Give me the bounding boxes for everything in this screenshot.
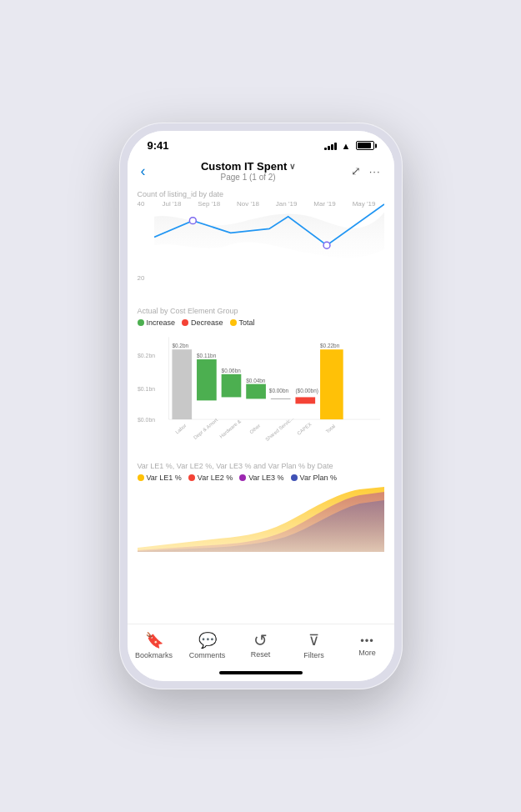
header-actions: ⤢ ···: [351, 164, 381, 178]
svg-text:$0.2bn: $0.2bn: [138, 353, 155, 358]
area-chart-draw: [138, 485, 384, 552]
area-chart-label: Var LE1 %, Var LE2 %, Var LE3 % and Var …: [138, 462, 384, 470]
le3-label: Var LE3 %: [248, 474, 283, 482]
phone-frame: 9:41 ▲ ‹ Custom IT Spent ∨: [119, 123, 403, 689]
plan-label: Var Plan %: [300, 474, 337, 482]
total-label: Total: [239, 318, 255, 327]
filters-label: Filters: [303, 651, 324, 659]
area-svg: [138, 485, 384, 552]
svg-rect-18: [295, 397, 315, 403]
svg-text:$0.06bn: $0.06bn: [221, 368, 241, 373]
reset-label: Reset: [251, 650, 271, 659]
nav-filters[interactable]: ⊽ Filters: [293, 631, 335, 659]
svg-rect-14: [246, 384, 266, 399]
more-nav-label: More: [358, 649, 376, 657]
svg-point-1: [323, 242, 330, 248]
header-title-area: Custom IT Spent ∨ Page 1 (1 of 2): [201, 160, 295, 182]
svg-text:Other: Other: [248, 423, 261, 434]
nav-bookmarks[interactable]: 🔖 Bookmarks: [133, 631, 175, 659]
legend-le1: Var LE1 %: [138, 474, 182, 482]
svg-text:CAPEX: CAPEX: [296, 422, 312, 437]
bookmarks-label: Bookmarks: [135, 651, 173, 659]
svg-rect-10: [197, 359, 217, 400]
notch: [211, 131, 311, 151]
line-chart-area: 40 20: [138, 200, 384, 300]
svg-text:$0.0bn: $0.0bn: [138, 417, 155, 423]
bottom-nav: 🔖 Bookmarks 💬 Comments ↺ Reset ⊽ Filters…: [128, 624, 394, 664]
svg-text:$0.11bn: $0.11bn: [197, 353, 217, 358]
content-area[interactable]: Count of listing_id by date 40 20: [128, 185, 394, 624]
filters-icon: ⊽: [308, 631, 319, 649]
line-chart-svg: [154, 200, 384, 274]
legend-plan: Var Plan %: [291, 474, 337, 482]
legend-le3: Var LE3 %: [239, 474, 283, 482]
svg-text:Total: Total: [324, 424, 335, 434]
svg-text:Depr & Amort: Depr & Amort: [193, 417, 218, 440]
expand-button[interactable]: ⤢: [351, 164, 361, 178]
svg-text:$0.22bn: $0.22bn: [320, 343, 340, 348]
y-max-label: 40: [138, 200, 145, 208]
svg-text:($0.00bn): ($0.00bn): [295, 388, 318, 394]
le2-dot: [188, 474, 195, 481]
area-chart-section: Var LE1 %, Var LE2 %, Var LE3 % and Var …: [138, 462, 384, 552]
legend-increase: Increase: [138, 318, 176, 327]
le1-dot: [138, 474, 144, 481]
battery-icon: [356, 141, 374, 150]
le3-dot: [239, 474, 246, 481]
line-chart-section: Count of listing_id by date 40 20: [138, 190, 384, 300]
home-indicator: [128, 664, 394, 681]
waterfall-legend: Increase Decrease Total: [138, 318, 384, 327]
svg-text:$0.00bn: $0.00bn: [268, 388, 288, 393]
more-nav-icon: •••: [360, 634, 374, 647]
nav-more[interactable]: ••• More: [347, 634, 388, 657]
increase-label: Increase: [147, 318, 176, 327]
total-dot: [230, 319, 237, 326]
svg-rect-8: [172, 349, 192, 419]
decrease-label: Decrease: [191, 318, 223, 327]
svg-text:$0.1bn: $0.1bn: [138, 386, 155, 392]
le2-label: Var LE2 %: [198, 474, 233, 482]
waterfall-chart-label: Actual by Cost Element Group: [138, 307, 384, 315]
y-min-label: 20: [138, 274, 145, 282]
le1-label: Var LE1 %: [147, 474, 182, 482]
svg-text:Hardware &: Hardware &: [218, 419, 242, 439]
comments-icon: 💬: [198, 631, 217, 649]
phone-screen: 9:41 ▲ ‹ Custom IT Spent ∨: [128, 131, 394, 681]
waterfall-chart-area: $0.2bn $0.1bn $0.0bn $0.2bn $0.11bn $0.0…: [138, 330, 384, 455]
status-icons: ▲: [324, 141, 374, 151]
waterfall-svg: $0.2bn $0.1bn $0.0bn $0.2bn $0.11bn $0.0…: [138, 330, 384, 455]
header-title: Custom IT Spent ∨: [201, 160, 295, 173]
wifi-icon: ▲: [342, 141, 351, 151]
increase-dot: [138, 319, 144, 326]
nav-reset[interactable]: ↺ Reset: [240, 632, 282, 659]
svg-text:$0.2bn: $0.2bn: [172, 343, 188, 348]
waterfall-chart-section: Actual by Cost Element Group Increase De…: [138, 307, 384, 455]
plan-dot: [291, 474, 298, 481]
app-header: ‹ Custom IT Spent ∨ Page 1 (1 of 2) ⤢ ··…: [128, 155, 394, 185]
svg-text:Labor: Labor: [174, 423, 187, 434]
status-time: 9:41: [148, 139, 169, 152]
legend-le2: Var LE2 %: [188, 474, 233, 482]
more-button[interactable]: ···: [369, 165, 381, 178]
header-subtitle: Page 1 (1 of 2): [221, 173, 276, 182]
svg-point-0: [189, 218, 196, 224]
area-chart-legend: Var LE1 % Var LE2 % Var LE3 % Var Plan %: [138, 474, 384, 482]
svg-text:$0.04bn: $0.04bn: [246, 378, 266, 383]
svg-rect-20: [320, 349, 343, 419]
line-chart-label: Count of listing_id by date: [138, 190, 384, 198]
home-bar: [219, 671, 303, 674]
comments-label: Comments: [189, 651, 226, 659]
decrease-dot: [182, 319, 188, 326]
nav-comments[interactable]: 💬 Comments: [187, 631, 228, 659]
reset-icon: ↺: [253, 632, 268, 649]
back-button[interactable]: ‹: [141, 163, 146, 180]
legend-total: Total: [230, 318, 255, 327]
bookmarks-icon: 🔖: [145, 631, 163, 649]
legend-decrease: Decrease: [182, 318, 223, 327]
svg-rect-12: [221, 374, 241, 398]
title-chevron[interactable]: ∨: [289, 162, 295, 171]
signal-icon: [324, 142, 337, 150]
